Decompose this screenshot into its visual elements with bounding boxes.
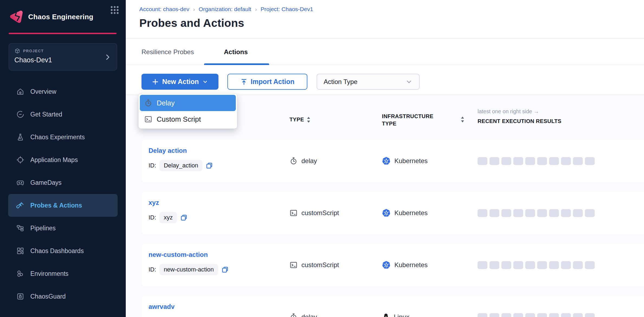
tab-actions[interactable]: Actions <box>224 39 248 65</box>
breadcrumb-link[interactable]: Project: Chaos-Dev1 <box>261 6 313 12</box>
execution-result-placeholder <box>561 313 571 317</box>
infrastructure-type-cell: Linux <box>382 295 409 317</box>
breadcrumb-link[interactable]: Account: chaos-dev <box>139 6 189 12</box>
execution-result-placeholder <box>501 261 511 269</box>
stopwatch-icon <box>144 99 152 107</box>
action-name-link[interactable]: new-custom-action <box>149 251 208 258</box>
page-header: Account: chaos-dev›Organization: default… <box>126 0 644 39</box>
recent-execution-results <box>478 191 595 235</box>
brand-divider <box>9 33 117 34</box>
infrastructure-type-cell: Kubernetes <box>382 191 428 235</box>
execution-result-placeholder <box>585 209 595 217</box>
project-selector[interactable]: PROJECT Chaos-Dev1 <box>9 43 117 70</box>
action-type-cell: customScript <box>289 191 339 235</box>
chevron-down-icon <box>405 78 413 85</box>
chaos-engineering-logo-icon <box>9 9 24 24</box>
kubernetes-icon <box>382 261 391 269</box>
execution-result-placeholder <box>537 313 547 317</box>
execution-result-placeholder <box>549 209 559 217</box>
execution-result-placeholder <box>549 157 559 165</box>
sidebar-nav: Overview Get Started Chaos Experiments A… <box>0 80 126 308</box>
execution-result-placeholder <box>585 261 595 269</box>
project-name: Chaos-Dev1 <box>14 56 111 64</box>
new-action-dropdown-menu: Delay Custom Script <box>139 93 237 129</box>
action-id-label: ID: <box>149 162 156 169</box>
sidebar-item-gamedays[interactable]: GameDays <box>0 171 126 194</box>
sidebar-item-chaos-dashboards[interactable]: Chaos Dashboards <box>0 240 126 262</box>
test-tube-icon <box>16 201 24 209</box>
execution-result-placeholder <box>561 209 571 217</box>
dashboard-icon <box>16 247 24 255</box>
execution-result-placeholder <box>525 157 535 165</box>
sort-icon[interactable] <box>307 117 310 123</box>
action-name-link[interactable]: Delay action <box>149 147 187 154</box>
action-name-link[interactable]: awrvadv <box>149 303 175 310</box>
project-label: PROJECT <box>23 49 44 53</box>
app-title: Chaos Engineering <box>28 13 93 21</box>
action-id-value: xyz <box>159 212 177 223</box>
sidebar-item-label: Chaos Experiments <box>30 134 85 141</box>
execution-result-placeholder <box>537 157 547 165</box>
action-row: awrvadv delay Linux <box>141 295 644 317</box>
execution-result-placeholder <box>525 313 535 317</box>
action-name-link[interactable]: xyz <box>149 199 159 206</box>
execution-result-placeholder <box>490 157 499 165</box>
kubernetes-icon <box>382 209 391 217</box>
flask-icon <box>16 133 24 141</box>
execution-result-placeholder <box>513 157 523 165</box>
breadcrumb-separator: › <box>193 6 195 12</box>
new-action-button[interactable]: New Action <box>141 74 218 90</box>
breadcrumb-link[interactable]: Organization: default <box>199 6 251 12</box>
execution-result-placeholder <box>478 313 487 317</box>
action-id-value: Delay_action <box>159 160 202 171</box>
sidebar-item-chaosguard[interactable]: ChaosGuard <box>0 285 126 308</box>
home-icon <box>16 88 24 96</box>
action-type-select[interactable]: Action Type <box>317 74 420 90</box>
sidebar-item-application-maps[interactable]: Application Maps <box>0 148 126 171</box>
copy-icon[interactable] <box>221 266 229 273</box>
menu-item-custom-script[interactable]: Custom Script <box>140 111 236 127</box>
execution-result-placeholder <box>561 261 571 269</box>
import-action-button[interactable]: Import Action <box>227 74 307 90</box>
action-row: xyz ID: xyz customScript Kubernetes <box>141 191 644 235</box>
action-type-cell: customScript <box>289 243 339 287</box>
results-note: latest one on right side → <box>478 108 539 115</box>
tab-resilience-probes[interactable]: Resilience Probes <box>141 39 194 65</box>
sidebar-item-label: Pipelines <box>30 225 56 232</box>
pipeline-icon <box>16 224 24 232</box>
recent-execution-results <box>478 139 595 183</box>
get-started-icon <box>16 110 24 118</box>
plus-icon <box>152 78 159 85</box>
execution-result-placeholder <box>490 209 499 217</box>
terminal-icon <box>289 209 298 217</box>
chevron-right-icon <box>104 53 111 61</box>
app-switcher-grid-icon[interactable] <box>110 5 119 15</box>
execution-result-placeholder <box>513 261 523 269</box>
execution-result-placeholder <box>537 209 547 217</box>
sidebar-item-get-started[interactable]: Get Started <box>0 103 126 126</box>
sidebar-item-chaos-experiments[interactable]: Chaos Experiments <box>0 126 126 148</box>
sidebar-item-environments[interactable]: Environments <box>0 262 126 285</box>
sidebar-item-overview[interactable]: Overview <box>0 80 126 103</box>
execution-result-placeholder <box>573 157 583 165</box>
infrastructure-type-cell: Kubernetes <box>382 243 428 287</box>
active-tab-indicator <box>204 63 269 65</box>
execution-result-placeholder <box>561 157 571 165</box>
column-header-recent-execution-results: RECENT EXECUTION RESULTS <box>478 118 561 124</box>
infrastructure-type-cell: Kubernetes <box>382 139 428 183</box>
terminal-icon <box>289 261 298 269</box>
copy-icon[interactable] <box>180 214 188 221</box>
sidebar-item-pipelines[interactable]: Pipelines <box>0 217 126 240</box>
sidebar-item-label: Overview <box>30 88 56 95</box>
execution-result-placeholder <box>478 209 487 217</box>
sidebar-item-label: Get Started <box>30 111 62 118</box>
crosshair-icon <box>16 156 24 164</box>
sort-icon[interactable] <box>461 117 464 122</box>
execution-result-placeholder <box>478 157 487 165</box>
action-id-label: ID: <box>149 214 156 221</box>
lock-icon <box>16 292 24 300</box>
copy-icon[interactable] <box>206 162 213 169</box>
sidebar-item-probes-actions[interactable]: Probes & Actions <box>8 194 118 217</box>
execution-result-placeholder <box>537 261 547 269</box>
menu-item-delay[interactable]: Delay <box>140 95 236 111</box>
